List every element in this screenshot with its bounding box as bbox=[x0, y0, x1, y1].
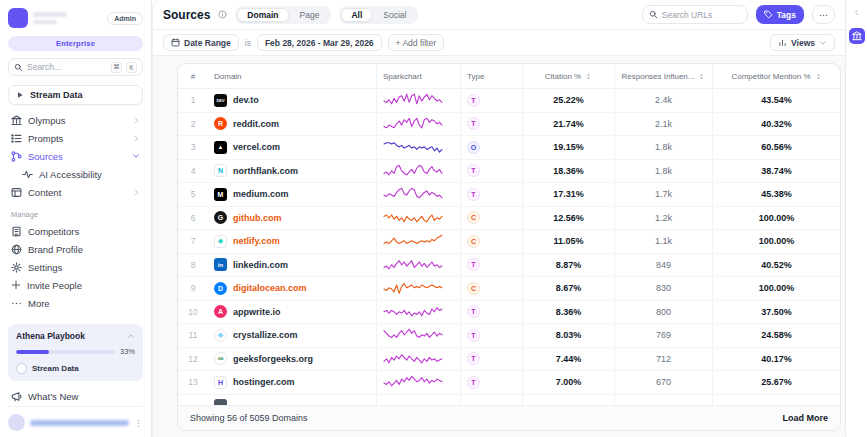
tab-domain[interactable]: Domain bbox=[237, 8, 288, 22]
table-row[interactable]: 11◆crystallize.com T8.03%76924.58% bbox=[178, 324, 840, 348]
search-urls-input[interactable]: Search URLs bbox=[642, 5, 748, 24]
enterprise-badge: Enterprise bbox=[8, 36, 143, 51]
domain-name[interactable]: geeksforgeeks.org bbox=[233, 354, 313, 364]
sidebar-item-more[interactable]: More bbox=[8, 294, 143, 312]
olympus-app-icon[interactable] bbox=[849, 28, 865, 44]
chevron-right-icon bbox=[133, 189, 140, 196]
filter-operator: is bbox=[245, 38, 251, 48]
table-row[interactable]: 12∞geeksforgeeks.org T7.44%71240.17% bbox=[178, 348, 840, 372]
date-range-value[interactable]: Feb 28, 2026 - Mar 29, 2026 bbox=[257, 34, 382, 51]
table-row[interactable]: 8inlinkedin.com T8.87%84940.52% bbox=[178, 254, 840, 278]
row-rank: 2 bbox=[178, 113, 208, 136]
domain-name[interactable]: hostinger.com bbox=[233, 377, 295, 387]
domain-name[interactable]: dev.to bbox=[233, 95, 259, 105]
sidebar-item-olympus[interactable]: Olympus bbox=[8, 111, 143, 129]
kebab-icon[interactable]: ⋮ bbox=[134, 418, 143, 428]
playbook-task-checkbox[interactable] bbox=[16, 363, 27, 374]
competitor-mention-cell: 25.67% bbox=[712, 371, 840, 394]
sidebar-search-input[interactable]: Search... ⌘ K bbox=[8, 58, 143, 76]
row-rank: 5 bbox=[178, 183, 208, 206]
table-header-row: # Domain Sparkchart Type Citation % Resp… bbox=[178, 64, 840, 89]
type-badge: T bbox=[467, 117, 480, 130]
domain-cell[interactable]: Ggithub.com bbox=[208, 207, 376, 230]
col-competitor-mention[interactable]: Competitor Mention % bbox=[712, 64, 840, 88]
domain-cell[interactable]: ◆netlify.com bbox=[208, 230, 376, 253]
info-icon[interactable] bbox=[218, 10, 227, 19]
stream-data-button[interactable]: Stream Data bbox=[8, 85, 143, 105]
user-profile-row[interactable]: ⋮ bbox=[8, 406, 143, 431]
table-row[interactable]: 2Rreddit.com T21.74%2.1k40.32% bbox=[178, 113, 840, 137]
type-cell: T bbox=[460, 301, 522, 324]
date-range-filter[interactable]: Date Range bbox=[163, 34, 239, 51]
domain-name[interactable]: reddit.com bbox=[233, 119, 279, 129]
domain-cell[interactable]: Ddigitalocean.com bbox=[208, 277, 376, 300]
table-row[interactable]: 6Ggithub.com C12.56%1.2k100.00% bbox=[178, 207, 840, 231]
table-row[interactable]: 10Aappwrite.io T8.36%80037.50% bbox=[178, 301, 840, 325]
tab-page[interactable]: Page bbox=[290, 8, 330, 22]
domain-cell[interactable]: ∞geeksforgeeks.org bbox=[208, 348, 376, 371]
domain-cell[interactable]: Rreddit.com bbox=[208, 113, 376, 136]
tag-icon bbox=[764, 10, 773, 19]
citation-cell: 21.74% bbox=[522, 113, 614, 136]
domain-name[interactable]: linkedin.com bbox=[233, 260, 288, 270]
domain-name[interactable]: medium.com bbox=[233, 189, 289, 199]
sidebar-item-competitors[interactable]: Competitors bbox=[8, 222, 143, 240]
table-row[interactable]: 5Mmedium.com T17.31%1.7k45.38% bbox=[178, 183, 840, 207]
domain-name[interactable]: digitalocean.com bbox=[233, 283, 307, 293]
tab-all[interactable]: All bbox=[341, 8, 372, 22]
responses-cell: 1.8k bbox=[614, 136, 712, 159]
sidebar-item-sources[interactable]: Sources bbox=[8, 147, 143, 165]
domain-name[interactable]: crystallize.com bbox=[233, 330, 298, 340]
row-rank: 9 bbox=[178, 277, 208, 300]
table-row[interactable]: 1DEVdev.to T25.22%2.4k43.54% bbox=[178, 89, 840, 113]
top-bar: Sources Domain Page All Social Search UR… bbox=[153, 0, 845, 30]
favicon: G bbox=[214, 211, 227, 224]
table-row[interactable]: 13Hhostinger.com T7.00%67025.67% bbox=[178, 371, 840, 395]
tab-social[interactable]: Social bbox=[373, 8, 416, 22]
tags-button[interactable]: Tags bbox=[756, 5, 804, 24]
col-citation[interactable]: Citation % bbox=[522, 64, 614, 88]
citation-cell: 12.56% bbox=[522, 207, 614, 230]
sidebar-item-invite-people[interactable]: Invite People bbox=[8, 276, 143, 294]
workspace-logo[interactable] bbox=[8, 8, 28, 28]
domain-cell[interactable]: ▲vercel.com bbox=[208, 136, 376, 159]
k-key: K bbox=[126, 62, 137, 73]
col-responses[interactable]: Responses Influen... bbox=[614, 64, 712, 88]
sparkchart-cell bbox=[376, 160, 460, 183]
domain-cell[interactable]: Aappwrite.io bbox=[208, 301, 376, 324]
domain-cell[interactable]: ◆crystallize.com bbox=[208, 324, 376, 347]
citation-cell: 8.87% bbox=[522, 254, 614, 277]
domain-cell[interactable]: inlinkedin.com bbox=[208, 254, 376, 277]
domain-name[interactable]: appwrite.io bbox=[233, 307, 281, 317]
table-row[interactable]: 4Nnorthflank.com T18.36%1.8k38.74% bbox=[178, 160, 840, 184]
chevron-up-icon[interactable] bbox=[127, 332, 135, 340]
citation-cell: 8.03% bbox=[522, 324, 614, 347]
sidebar-item-brand-profile[interactable]: Brand Profile bbox=[8, 240, 143, 258]
type-badge: O bbox=[467, 141, 480, 154]
sidebar-item-settings[interactable]: Settings bbox=[8, 258, 143, 276]
sidebar-item-prompts[interactable]: Prompts bbox=[8, 129, 143, 147]
domain-name[interactable]: netlify.com bbox=[233, 236, 280, 246]
more-options-button[interactable]: ⋯ bbox=[812, 5, 835, 24]
collapse-panel-button[interactable] bbox=[853, 9, 860, 16]
views-dropdown[interactable]: Views bbox=[770, 34, 835, 51]
sidebar-item-ai-accessibility[interactable]: AI Accessibility bbox=[8, 165, 143, 183]
citation-cell: 7.00% bbox=[522, 371, 614, 394]
type-cell: O bbox=[460, 136, 522, 159]
col-sparkchart: Sparkchart bbox=[376, 64, 460, 88]
table-row[interactable]: 9Ddigitalocean.com C8.67%830100.00% bbox=[178, 277, 840, 301]
sidebar-item-content[interactable]: Content bbox=[8, 183, 143, 201]
playbook-progress-percent: 33% bbox=[120, 347, 135, 356]
add-filter-button[interactable]: + Add filter bbox=[388, 34, 444, 51]
domain-name[interactable]: northflank.com bbox=[233, 166, 298, 176]
table-row[interactable]: 7◆netlify.com C11.05%1.1k100.00% bbox=[178, 230, 840, 254]
domain-name[interactable]: github.com bbox=[233, 213, 282, 223]
domain-name[interactable]: vercel.com bbox=[233, 142, 280, 152]
whats-new-button[interactable]: What's New bbox=[11, 391, 140, 402]
table-row[interactable]: 3▲vercel.com O19.15%1.8k60.56% bbox=[178, 136, 840, 160]
load-more-button[interactable]: Load More bbox=[782, 413, 828, 423]
domain-cell[interactable]: DEVdev.to bbox=[208, 89, 376, 112]
domain-cell[interactable]: Hhostinger.com bbox=[208, 371, 376, 394]
domain-cell[interactable]: Nnorthflank.com bbox=[208, 160, 376, 183]
domain-cell[interactable]: Mmedium.com bbox=[208, 183, 376, 206]
